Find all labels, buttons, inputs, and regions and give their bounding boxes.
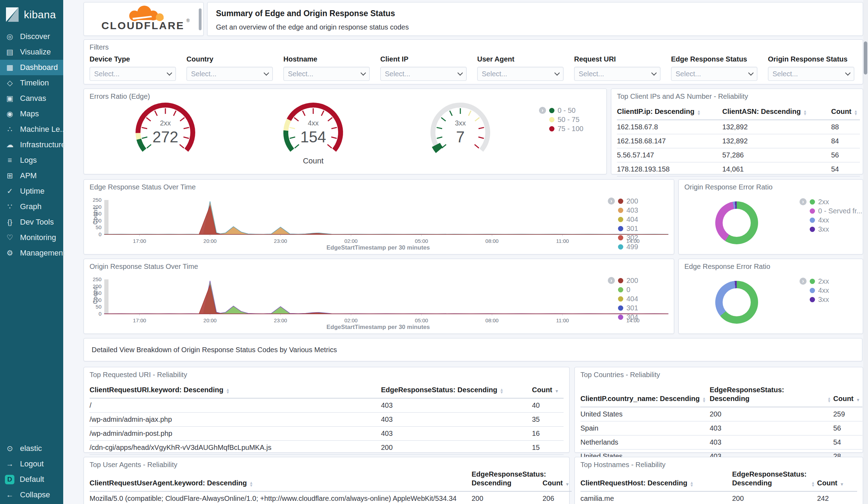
sidebar-item-maps[interactable]: ◉Maps	[0, 106, 63, 122]
svg-text:11:00: 11:00	[556, 238, 569, 244]
legend-item[interactable]: 404	[608, 215, 638, 224]
logout-icon: →	[5, 460, 15, 468]
donut-hole	[723, 209, 751, 237]
legend-item[interactable]: ›200	[608, 276, 638, 285]
sidebar-item-machine-learning[interactable]: ∴Machine Le...	[0, 122, 63, 137]
column-header[interactable]: ClientRequestUserAgent.keyword: Descendi…	[90, 469, 472, 492]
filter-label: Client IP	[380, 55, 467, 63]
svg-text:4xx: 4xx	[308, 119, 318, 127]
legend-dot	[618, 305, 623, 311]
filter-select-edge-response-status[interactable]: Select...	[671, 67, 757, 81]
legend-expand-icon[interactable]: ›	[800, 198, 807, 205]
legend-item[interactable]: 301	[608, 224, 638, 233]
legend-expand-icon[interactable]: ›	[608, 277, 615, 284]
table-cell: 84	[831, 134, 860, 148]
filter-select-hostname[interactable]: Select...	[283, 67, 370, 81]
legend-item[interactable]: 302	[608, 233, 638, 242]
column-header[interactable]: Count▼	[532, 384, 564, 399]
sort-desc-icon: ▼	[840, 482, 844, 487]
column-header[interactable]: Count▼	[542, 469, 572, 492]
sidebar-item-management[interactable]: ⚙Management	[0, 245, 63, 261]
sidebar-item-apm[interactable]: ⊞APM	[0, 168, 63, 183]
sidebar-item-label: Infrastructure	[20, 140, 66, 149]
legend-expand-icon[interactable]: ›	[539, 107, 546, 114]
legend-item[interactable]: 404	[608, 294, 638, 303]
kibana-logo[interactable]: kibana	[0, 0, 63, 29]
legend-item[interactable]: 0 - Served fr...	[800, 206, 862, 215]
sort-desc-icon: ▼	[565, 482, 570, 487]
legend-item[interactable]: 50 - 75	[539, 115, 583, 124]
column-header[interactable]: ClientRequestHost: Descending▲▼	[580, 469, 732, 492]
legend-item[interactable]: 403	[608, 206, 638, 215]
legend-expand-icon[interactable]: ›	[800, 278, 807, 285]
filter-select-origin-response-status[interactable]: Select...	[768, 67, 854, 81]
edge-time-legend: ›200403404301302499	[608, 196, 638, 251]
column-header[interactable]: ClientASN: Descending▲▼	[722, 106, 831, 120]
sidebar-item-uptime[interactable]: ✓Uptime	[0, 183, 63, 199]
maps-icon: ◉	[5, 110, 15, 118]
logo-panel-scrollbar[interactable]	[199, 8, 202, 30]
column-header-label: ClientASN: Descending	[722, 107, 801, 116]
sidebar-item-label: APM	[20, 171, 37, 180]
legend-item[interactable]: ›0 - 50	[539, 106, 583, 115]
edge-ratio-donut[interactable]	[715, 281, 758, 324]
legend-item[interactable]: 4xx	[800, 286, 829, 295]
legend-item[interactable]: ›200	[608, 196, 638, 206]
sidebar-item-dev-tools[interactable]: {}Dev Tools	[0, 214, 63, 230]
gauge-count-label: Count	[278, 156, 348, 166]
legend-expand-icon[interactable]: ›	[608, 198, 615, 205]
sidebar-item-collapse[interactable]: ←Collapse	[0, 487, 63, 503]
legend-item[interactable]: 3xx	[800, 295, 829, 304]
legend-item[interactable]: 4xx	[800, 215, 862, 225]
sort-icon: ▲▼	[690, 481, 693, 487]
filter-select-client-ip[interactable]: Select...	[380, 67, 467, 81]
sidebar-item-graph[interactable]: ∵Graph	[0, 199, 63, 214]
legend-item[interactable]: 0	[608, 285, 638, 294]
svg-text:05:00: 05:00	[415, 238, 428, 244]
legend-item[interactable]: 499	[608, 242, 638, 251]
sidebar-item-label: Logs	[20, 156, 37, 165]
dashboard-title: Summary of Edge and Origin Response Stat…	[216, 9, 863, 18]
column-header[interactable]: Count▼	[833, 384, 862, 407]
column-header[interactable]: Count▼	[817, 469, 857, 492]
sort-icon: ▲▼	[249, 481, 253, 487]
page-scrollbar-thumb[interactable]	[864, 41, 867, 75]
svg-text:272: 272	[152, 128, 178, 146]
sidebar-item-elastic[interactable]: ⊙elastic	[0, 441, 63, 456]
sidebar-item-logs[interactable]: ≡Logs	[0, 153, 63, 168]
column-header[interactable]: ClientIP.country_name: Descending▲▼	[580, 384, 710, 407]
sidebar-item-canvas[interactable]: ▣Canvas	[0, 91, 63, 106]
column-header[interactable]: EdgeResponseStatus: Descending▲▼	[381, 384, 532, 399]
legend-item[interactable]: 304	[608, 312, 638, 322]
sidebar-item-timelion[interactable]: ◇Timelion	[0, 75, 63, 91]
legend-dot	[810, 199, 815, 205]
column-header[interactable]: ClientIP.ip: Descending▲▼	[617, 106, 722, 120]
legend-item[interactable]: 301	[608, 303, 638, 312]
legend-item[interactable]: ›2xx	[800, 197, 862, 206]
svg-text:23:00: 23:00	[274, 238, 287, 244]
filter-select-country[interactable]: Select...	[186, 67, 273, 81]
sidebar-item-discover[interactable]: ◎Discover	[0, 29, 63, 44]
sidebar-item-infrastructure[interactable]: ☁Infrastructure	[0, 137, 63, 153]
sort-icon: ▲▼	[803, 110, 807, 115]
origin-ratio-donut[interactable]	[715, 201, 758, 244]
svg-text:05:00: 05:00	[415, 317, 428, 323]
sidebar-item-dashboard[interactable]: ▦Dashboard	[0, 60, 63, 75]
column-header[interactable]: ClientRequestURI.keyword: Descending▲▼	[90, 384, 381, 399]
column-header[interactable]: Count▲▼	[831, 106, 860, 120]
filter-select-user-agent[interactable]: Select...	[477, 67, 564, 81]
legend-item[interactable]: ›2xx	[800, 277, 829, 286]
column-header[interactable]: EdgeResponseStatus: Descending▲▼	[472, 469, 542, 492]
filter-select-device-type[interactable]: Select...	[90, 67, 176, 81]
legend-item[interactable]: 3xx	[800, 225, 862, 234]
sidebar-item-logout[interactable]: →Logout	[0, 456, 63, 472]
column-header[interactable]: EdgeResponseStatus: Descending▲▼	[710, 384, 833, 407]
sidebar-item-default-space[interactable]: DDefault	[0, 472, 63, 487]
sidebar-item-monitoring[interactable]: ♡Monitoring	[0, 230, 63, 245]
panel-top-user-agents: Top User Agents - Reliability ClientRequ…	[84, 457, 570, 504]
legend-item[interactable]: 75 - 100	[539, 124, 583, 133]
filter-select-request-uri[interactable]: Select...	[574, 67, 660, 81]
column-header[interactable]: EdgeResponseStatus: Descending▲▼	[732, 469, 817, 492]
legend-label: 3xx	[818, 225, 829, 233]
sidebar-item-visualize[interactable]: ▤Visualize	[0, 44, 63, 60]
